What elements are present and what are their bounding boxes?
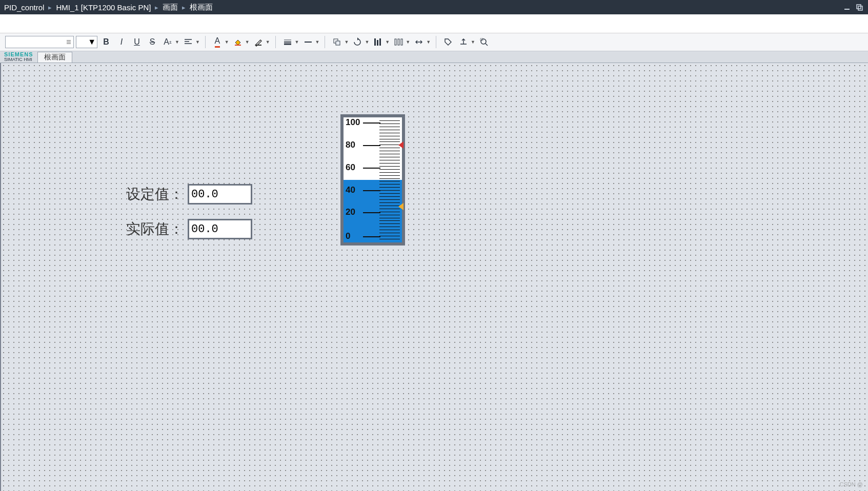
svg-rect-6 xyxy=(336,41,340,45)
tab-label: 根画面 xyxy=(44,53,66,62)
chevron-down-icon: ▼ xyxy=(406,39,410,45)
fill-color-button[interactable] xyxy=(231,35,245,49)
svg-rect-11 xyxy=(398,39,399,45)
maximize-restore-button[interactable] xyxy=(855,3,864,11)
strikethrough-button[interactable]: S xyxy=(146,35,159,49)
actual-value: 00.0 xyxy=(191,223,218,236)
breadcrumb-item-screens[interactable]: 画面 xyxy=(163,3,178,12)
ribbon-blank-area xyxy=(0,14,868,33)
toolbar-separator xyxy=(436,36,436,48)
font-color-button[interactable]: A xyxy=(211,35,224,49)
list-icon xyxy=(66,39,71,45)
chevron-down-icon: ▼ xyxy=(344,39,349,45)
tag-icon xyxy=(443,37,453,47)
chevron-down-icon: ▼ xyxy=(471,39,475,45)
breadcrumb-sep-icon: ▸ xyxy=(155,4,158,11)
chevron-down-icon: ▼ xyxy=(295,39,299,45)
tag-link-button[interactable] xyxy=(441,35,455,49)
brand-badge: SIEMENS SIMATIC HMI xyxy=(1,51,36,63)
watermark: CSDN @ xyxy=(840,481,863,487)
toolbar-separator xyxy=(275,36,276,48)
svg-rect-10 xyxy=(395,39,396,45)
svg-rect-0 xyxy=(844,9,850,10)
chevron-down-icon: ▼ xyxy=(225,39,229,45)
paint-bucket-icon xyxy=(233,37,243,47)
chevron-down-icon: ▼ xyxy=(245,39,250,45)
svg-rect-12 xyxy=(401,39,402,45)
magnifier-icon xyxy=(479,37,489,47)
svg-point-13 xyxy=(481,39,486,44)
actual-input[interactable]: 00.0 xyxy=(188,219,252,239)
chevron-down-icon: ▼ xyxy=(175,39,179,45)
chevron-down-icon: ▼ xyxy=(426,39,431,45)
bar-gauge-fine-ticks xyxy=(379,120,400,239)
text-align-button[interactable] xyxy=(181,35,195,49)
gauge-low-marker-icon xyxy=(398,203,403,210)
layer-select-button[interactable] xyxy=(457,35,470,49)
chevron-down-icon: ▼ xyxy=(266,39,270,45)
pencil-icon xyxy=(254,37,263,47)
svg-rect-3 xyxy=(235,45,241,46)
field-row-setpoint: 设定值： 00.0 xyxy=(126,184,252,204)
underline-button[interactable]: U xyxy=(130,35,144,49)
breadcrumb-sep-icon: ▸ xyxy=(48,4,52,11)
title-bar: PID_control ▸ HMI_1 [KTP1200 Basic PN] ▸… xyxy=(0,0,868,14)
align-objects-button[interactable] xyxy=(371,35,385,49)
italic-button[interactable]: I xyxy=(115,35,128,49)
setpoint-label: 设定值： xyxy=(126,185,184,204)
font-family-select[interactable] xyxy=(5,36,74,48)
distribute-button[interactable] xyxy=(392,35,405,49)
bar-gauge[interactable]: 100 80 60 40 20 0 xyxy=(340,114,405,246)
rotate-button[interactable] xyxy=(351,35,364,49)
chevron-down-icon: ▼ xyxy=(365,39,369,45)
font-size-select[interactable]: ▼ xyxy=(76,36,97,48)
svg-rect-7 xyxy=(374,38,376,46)
tab-root-screen[interactable]: 根画面 xyxy=(37,52,72,63)
toolbar-separator xyxy=(325,36,325,48)
chevron-down-icon: ▼ xyxy=(315,39,320,45)
breadcrumb-item-project[interactable]: PID_control xyxy=(4,3,44,12)
chevron-down-icon: ▼ xyxy=(195,39,200,45)
svg-rect-1 xyxy=(857,5,861,9)
gauge-tick-80: 80 xyxy=(346,140,355,150)
field-row-actual: 实际值： 00.0 xyxy=(126,219,252,239)
gauge-tick-60: 60 xyxy=(346,162,355,173)
zoom-selection-button[interactable] xyxy=(477,35,491,49)
breadcrumb: PID_control ▸ HMI_1 [KTP1200 Basic PN] ▸… xyxy=(4,3,213,12)
brand-line2: SIMATIC HMI xyxy=(4,57,33,62)
breadcrumb-sep-icon: ▸ xyxy=(182,4,186,11)
gauge-high-marker-icon xyxy=(398,141,403,149)
gauge-tick-20: 20 xyxy=(346,207,355,217)
font-scale-button[interactable]: A± xyxy=(161,35,174,49)
gauge-tick-0: 0 xyxy=(346,231,350,241)
gauge-tick-40: 40 xyxy=(346,185,355,195)
chevron-down-icon: ▼ xyxy=(385,39,390,45)
line-style-button[interactable] xyxy=(301,35,315,49)
bring-to-front-button[interactable] xyxy=(330,35,344,49)
svg-rect-4 xyxy=(255,45,261,46)
setpoint-input[interactable]: 00.0 xyxy=(188,184,252,204)
svg-rect-2 xyxy=(858,6,862,10)
breadcrumb-item-root-screen[interactable]: 根画面 xyxy=(190,3,213,12)
minimize-button[interactable] xyxy=(842,3,852,11)
actual-label: 实际值： xyxy=(126,219,184,239)
resize-objects-button[interactable] xyxy=(412,35,426,49)
titlebar-window-controls xyxy=(842,3,864,11)
line-color-button[interactable] xyxy=(252,35,265,49)
bold-button[interactable]: B xyxy=(99,35,113,49)
setpoint-value: 00.0 xyxy=(191,188,218,201)
toolbar-separator xyxy=(205,36,206,48)
formatting-toolbar: ▼ B I U S A± ▼ ▼ A ▼ ▼ ▼ ▼ xyxy=(0,33,868,51)
line-width-button[interactable] xyxy=(281,35,294,49)
screen-editor-canvas[interactable]: 设定值： 00.0 实际值： 00.0 100 80 60 40 20 0 xyxy=(0,63,868,491)
tab-strip: SIEMENS SIMATIC HMI 根画面 xyxy=(0,51,868,63)
gauge-tick-100: 100 xyxy=(346,117,360,128)
svg-rect-8 xyxy=(377,40,378,46)
svg-rect-9 xyxy=(379,38,381,46)
brand-line1: SIEMENS xyxy=(4,52,33,57)
breadcrumb-item-device[interactable]: HMI_1 [KTP1200 Basic PN] xyxy=(56,3,151,12)
chevron-down-icon: ▼ xyxy=(88,37,96,47)
